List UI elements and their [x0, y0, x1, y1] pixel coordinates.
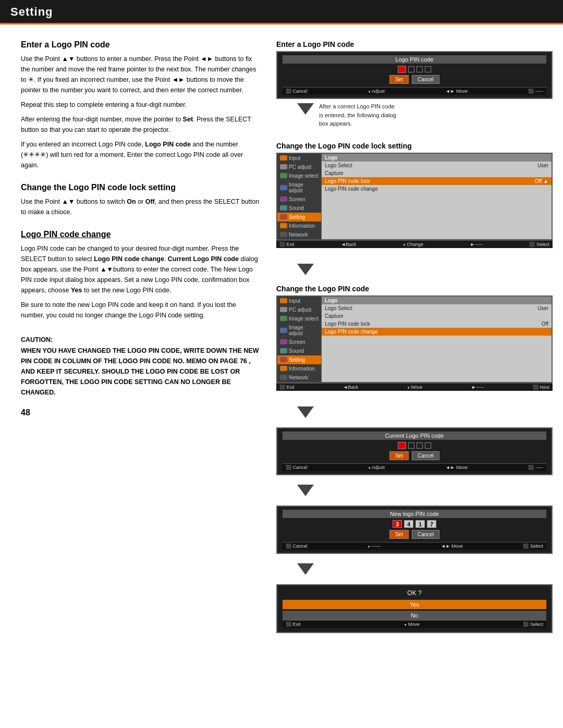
status-move: ◄► Move [446, 89, 468, 94]
imgsel2-icon [280, 316, 287, 321]
current-pin-dot-1 [408, 442, 414, 449]
menu-right2-item-1: Logo Select User [322, 304, 552, 312]
statusbar-menu-1: ⬛ Exit ◄Back ⬧ Change ►----- ⬛ Select [276, 240, 553, 248]
status-cur-move: ◄► Move [446, 465, 468, 470]
left-section1-title: Enter a Logo PIN code [21, 40, 261, 50]
status-change-1: ⬧ Change [403, 242, 423, 247]
ok-yes-button[interactable]: Yes [283, 600, 546, 609]
menu-item2-screen: Screen [277, 338, 321, 347]
ok-no-button[interactable]: No [283, 611, 546, 620]
current-pin-title: Current Logo PIN code [283, 431, 546, 440]
input2-icon [280, 298, 287, 303]
statusbar-new-pin: ⬛ Cancel ⬧ ------ ◄► Move ⬛ Select [283, 542, 546, 550]
current-pin-dot-3 [425, 442, 431, 449]
current-pin-active [398, 442, 406, 449]
new-set-button[interactable]: Set [389, 530, 409, 539]
menu-right-item-4: Logo PIN code change [322, 185, 552, 193]
current-set-button[interactable]: Set [389, 451, 409, 460]
new-pin-buttons: Set Cancel [283, 530, 546, 539]
new-cancel-button[interactable]: Cancel [412, 530, 439, 539]
imgadj-icon [280, 185, 287, 190]
menu-item2-pcadjust: PC adjust [277, 305, 321, 314]
imgsel-icon [280, 173, 287, 178]
pin-dot-2 [417, 66, 423, 72]
pin-input-row [283, 66, 546, 73]
menu-item2-network: Network [277, 373, 321, 382]
current-pin-buttons: Set Cancel [283, 451, 546, 460]
left-section3-title: Logo PIN code change [21, 230, 261, 239]
cancel-button[interactable]: Cancel [412, 75, 439, 84]
left-section3-para1: Logo PIN code can be changed to your des… [21, 243, 261, 295]
info-icon [280, 223, 287, 228]
menu-item2-imgsel: Image select [277, 314, 321, 323]
right-section2-title: Change the Logo PIN code lock setting [276, 142, 553, 150]
menu-right-title-1: Logo [322, 154, 552, 162]
current-cancel-button[interactable]: Cancel [412, 451, 439, 460]
new-pin-digit-4: 7 [427, 520, 436, 528]
status-nav-1: ►----- [470, 242, 483, 247]
right-column: Enter a Logo PIN code Logo PIN code Set … [276, 40, 553, 633]
menu-right-item-1: Logo Select User [322, 162, 552, 169]
menu-right2-item-2: Capture [322, 312, 552, 320]
status-move-2: ⬧ Move [407, 385, 423, 390]
status-cur-select: ⬛ ----- [528, 465, 543, 470]
status-nav-2: ►----- [471, 385, 484, 390]
menu-item-input: Input [277, 154, 321, 163]
status-back-1: ◄Back [341, 242, 356, 247]
page-number: 48 [21, 408, 261, 417]
arrow-down-3 [276, 406, 314, 418]
input-icon [280, 155, 287, 161]
status-new-select: ⬛ Select [523, 544, 543, 549]
menu-right2-item-4-highlighted: Logo PIN code change [322, 328, 552, 336]
pin-input-active [398, 66, 406, 73]
right-section1-title: Enter a Logo PIN code [276, 40, 553, 48]
left-column: Enter a Logo PIN code Use the Point ▲▼ b… [21, 40, 261, 633]
menu-item-imgsel: Image select [277, 171, 321, 180]
status-select: ⬛ ----- [528, 89, 543, 94]
new-pin-dialog: New logo PIN code 3 4 1 7 Set Cancel ⬛ C… [276, 505, 553, 554]
left-section1-para1: Use the Point ▲▼ buttons to enter a numb… [21, 54, 261, 95]
current-pin-dialog: Current Logo PIN code Set Cancel ⬛ Cance… [276, 427, 553, 475]
menu-panel-2: Input PC adjust Image select Image adjus… [276, 295, 553, 383]
menu-panel-1: Input PC adjust Image select Image adjus… [276, 153, 553, 240]
ok-question: OK ? [283, 589, 546, 597]
menu-item2-sound: Sound [277, 347, 321, 355]
menu-right-item-2: Capture [322, 169, 552, 177]
set-button[interactable]: Set [389, 75, 409, 84]
sound2-icon [280, 348, 287, 353]
new-pin-title: New logo PIN code [283, 510, 546, 518]
arrow-triangle-4 [297, 485, 314, 496]
page-header: Setting [0, 0, 563, 24]
network-icon [280, 232, 287, 237]
menu-item-imgadj: Image adjust [277, 180, 321, 195]
menu-item-setting: Setting ◄ [277, 213, 321, 221]
status-adjust: ⬧ Adjust [368, 89, 385, 94]
screen-icon [280, 196, 287, 202]
menu-left-1: Input PC adjust Image select Image adjus… [277, 154, 322, 239]
current-pin-dot-2 [417, 442, 423, 449]
page-title: Setting [10, 5, 53, 18]
menu-item-screen: Screen [277, 195, 321, 204]
statusbar-current-pin: ⬛ Cancel ⬧ Adjust ◄► Move ⬛ ----- [283, 463, 546, 471]
arrow-row-4 [276, 483, 553, 498]
pcadjust2-icon [280, 307, 287, 312]
left-section1-para3: After entering the four-digit number, mo… [21, 114, 261, 135]
arrow-row-1: After a correct Logo PIN code is entered… [276, 101, 553, 128]
right-section-change-lock: Change the Logo PIN code lock setting In… [276, 142, 553, 248]
status-new-move: ◄► Move [441, 544, 463, 549]
menu-item2-input: Input [277, 297, 321, 305]
arrow-row-3 [276, 404, 553, 420]
status-cur-menu: ⬛ Cancel [286, 465, 308, 470]
menu-item-info: Information [277, 221, 321, 230]
menu-item-network: Network [277, 230, 321, 239]
arrow-row-2 [276, 262, 553, 277]
left-section2-title: Change the Logo PIN code lock setting [21, 183, 261, 192]
status-menu: ⬛ Cancel [286, 89, 308, 94]
setting2-icon [280, 357, 287, 362]
arrow-desc-1: After a correct Logo PIN code is entered… [319, 101, 396, 128]
new-pin-digit-1: 3 [393, 520, 402, 528]
status-new-adjust: ⬧ ------ [368, 544, 381, 549]
statusbar-menu-2: ⬛ Exit ◄Back ⬧ Move ►----- ⬛ Next [276, 383, 553, 391]
info2-icon [280, 366, 287, 371]
arrow-down-2 [276, 264, 314, 275]
